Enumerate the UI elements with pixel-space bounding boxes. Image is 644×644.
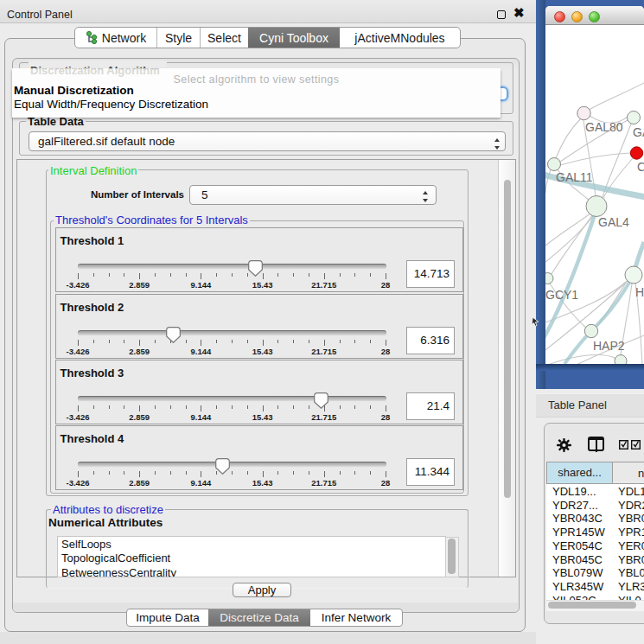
- svg-text:GCY1: GCY1: [545, 288, 578, 302]
- svg-text:C: C: [637, 160, 644, 174]
- svg-text:HAP2: HAP2: [593, 339, 625, 353]
- svg-text:GA: GA: [633, 125, 644, 139]
- svg-text:GAL4: GAL4: [598, 215, 629, 229]
- svg-text:H: H: [635, 285, 644, 299]
- svg-text:GAL11: GAL11: [556, 170, 593, 184]
- svg-text:GAL80: GAL80: [585, 120, 623, 134]
